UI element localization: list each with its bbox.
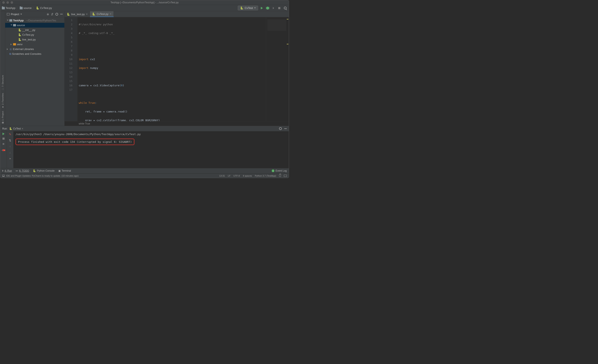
tool-label: 2: Favorites: [1, 93, 4, 105]
tool-label: Terminal: [62, 169, 71, 172]
tree-venv[interactable]: venv: [5, 42, 64, 47]
run-config-selector[interactable]: 🐍 CvTest: [238, 6, 258, 10]
close-window[interactable]: [2, 1, 5, 4]
run-button[interactable]: [260, 6, 264, 10]
rerun-button[interactable]: [2, 133, 5, 135]
python-console-button[interactable]: 🐍Python Console: [33, 169, 55, 172]
breadcrumb-root[interactable]: TestApp: [2, 7, 15, 9]
project-panel: Project ⊕ ⇵ TestApp ~/Documents/Python/T…: [5, 11, 65, 126]
inspect-icon[interactable]: [284, 175, 287, 177]
code-editor[interactable]: #!/usr/bin/env python # _*_ coding:utf-8…: [77, 17, 266, 121]
breadcrumb: TestApp 〉 source 〉 🐍CvTest.py: [2, 6, 52, 10]
tree-file-cvtest[interactable]: 🐍CvTest.py: [5, 32, 64, 37]
folder-icon: [13, 24, 16, 26]
event-log-button[interactable]: 1Event Log: [272, 169, 287, 172]
close-icon[interactable]: ×: [110, 12, 111, 16]
close-icon[interactable]: ×: [22, 127, 23, 130]
python-icon: 🐍: [18, 28, 21, 32]
todo-tool-button[interactable]: ≔6: TODO: [16, 169, 29, 172]
debug-button[interactable]: [266, 6, 270, 10]
status-position[interactable]: 13:31: [219, 175, 225, 177]
down-arrow-icon[interactable]: ↓: [9, 151, 11, 154]
play-icon: [2, 170, 4, 172]
code-text: :: [95, 101, 97, 104]
lock-icon[interactable]: [279, 175, 281, 177]
tool-windows-icon[interactable]: [2, 175, 5, 177]
gear-icon[interactable]: [55, 13, 58, 16]
hide-icon[interactable]: [284, 129, 287, 129]
tree-root[interactable]: TestApp ~/Documents/Python/Tes: [5, 18, 64, 23]
pin-button[interactable]: 📌: [1, 147, 6, 152]
stop-button[interactable]: [2, 138, 5, 140]
run-tool-button[interactable]: 4: Run: [2, 169, 12, 172]
up-arrow-icon[interactable]: ↑: [9, 145, 11, 148]
editor-minimap[interactable]: [266, 17, 289, 121]
line-numbers: 1234567891011121314151617: [65, 17, 75, 121]
favorites-tool[interactable]: ★ 2: Favorites: [1, 93, 4, 108]
project-tool[interactable]: ▦ 1: Project: [1, 111, 4, 124]
code-text: ): [123, 84, 124, 87]
tree-label: TestApp: [13, 19, 24, 22]
tree-source-folder[interactable]: source: [5, 23, 64, 28]
status-bar: IDE and Plugin Updates: PyCharm is ready…: [0, 173, 289, 178]
structure-tool[interactable]: ⬚ 7: Structure: [1, 75, 4, 90]
code-text: numpy: [88, 66, 98, 70]
expand-arrow-icon[interactable]: [11, 24, 12, 26]
run-title-label: Run:: [2, 127, 8, 130]
layout-button[interactable]: ≡: [2, 142, 4, 146]
run-body: ≡ 📌 ✎ ⇅ ↑ ↓ » /usr/bin/python3 /Users/yo…: [0, 131, 289, 168]
tree-file-livetest[interactable]: 🐍live_test.py: [5, 37, 64, 42]
sort-icon[interactable]: ⇅: [9, 139, 11, 142]
editor-breadcrumb[interactable]: while True: [65, 121, 289, 126]
status-line-sep[interactable]: LF: [228, 175, 231, 177]
code-text: #!/usr/bin/env python: [79, 23, 113, 26]
terminal-button[interactable]: ▣Terminal: [58, 169, 71, 172]
breadcrumb-file[interactable]: 🐍CvTest.py: [36, 7, 52, 9]
run-with-coverage[interactable]: [271, 6, 275, 10]
search-everywhere[interactable]: [283, 6, 287, 10]
more-icon[interactable]: »: [9, 157, 11, 160]
tab-cvtest[interactable]: 🐍CvTest.py×: [90, 11, 114, 17]
run-console-output[interactable]: /usr/bin/python3 /Users/youyou-2608/Docu…: [14, 131, 289, 168]
chevron-down-icon: [20, 14, 22, 15]
tree-file-init[interactable]: 🐍__init__.py: [5, 28, 64, 32]
expand-arrow-icon[interactable]: [11, 44, 12, 45]
gear-icon[interactable]: [279, 127, 282, 130]
bottom-tools-left: 4: Run ≔6: TODO 🐍Python Console ▣Termina…: [2, 169, 71, 172]
expand-arrow-icon[interactable]: [7, 48, 8, 50]
run-tab[interactable]: 🐍CvTest×: [9, 127, 23, 130]
left-tool-strip: ⬚ 7: Structure ★ 2: Favorites ▦ 1: Proje…: [0, 11, 5, 126]
project-tree[interactable]: TestApp ~/Documents/Python/Tes source 🐍_…: [5, 17, 64, 126]
project-panel-tools: ⊕ ⇵: [47, 13, 63, 16]
status-interpreter[interactable]: Python 3.7 (TestApp): [255, 175, 276, 177]
tab-label: CvTest.py: [97, 12, 108, 16]
status-left: IDE and Plugin Updates: PyCharm is ready…: [2, 175, 79, 177]
minimize-window[interactable]: [7, 1, 9, 4]
bottom-tool-bar: 4: Run ≔6: TODO 🐍Python Console ▣Termina…: [0, 168, 289, 173]
locate-icon[interactable]: ⊕: [47, 13, 49, 16]
tree-scratches[interactable]: ⧉Scratches and Consoles: [5, 51, 64, 56]
status-encoding[interactable]: UTF-8: [233, 175, 240, 177]
tab-live-test[interactable]: 🐍live_test.py×: [65, 11, 90, 17]
project-view-selector[interactable]: Project: [7, 13, 22, 16]
hide-icon[interactable]: [60, 14, 63, 14]
run-result-text: Process finished with exit code 134 (int…: [18, 140, 132, 143]
fold-gutter[interactable]: [75, 17, 77, 121]
maximize-window[interactable]: [11, 1, 13, 4]
edit-icon[interactable]: ✎: [9, 133, 11, 136]
stop-button[interactable]: [277, 6, 281, 10]
expand-icon[interactable]: ⇵: [51, 13, 53, 16]
editor-body[interactable]: 1234567891011121314151617 #!/usr/bin/env…: [65, 17, 289, 121]
code-text: # _*_ coding:utf-8 _*_: [79, 32, 114, 35]
project-panel-header: Project ⊕ ⇵: [5, 11, 64, 17]
code-text: import: [79, 66, 88, 70]
toolbar-right: 🐍 CvTest: [238, 6, 287, 10]
breadcrumb-source[interactable]: source: [20, 7, 32, 9]
run-command-line: /usr/bin/python3 /Users/youyou-2608/Docu…: [16, 133, 287, 136]
tree-external-libs[interactable]: ⫼External Libraries: [5, 47, 64, 51]
expand-arrow-icon[interactable]: [7, 20, 8, 21]
status-message[interactable]: IDE and Plugin Updates: PyCharm is ready…: [6, 175, 79, 177]
chevron-down-icon: [254, 8, 256, 8]
close-icon[interactable]: ×: [86, 12, 88, 16]
status-indent[interactable]: 4 spaces: [243, 175, 252, 177]
